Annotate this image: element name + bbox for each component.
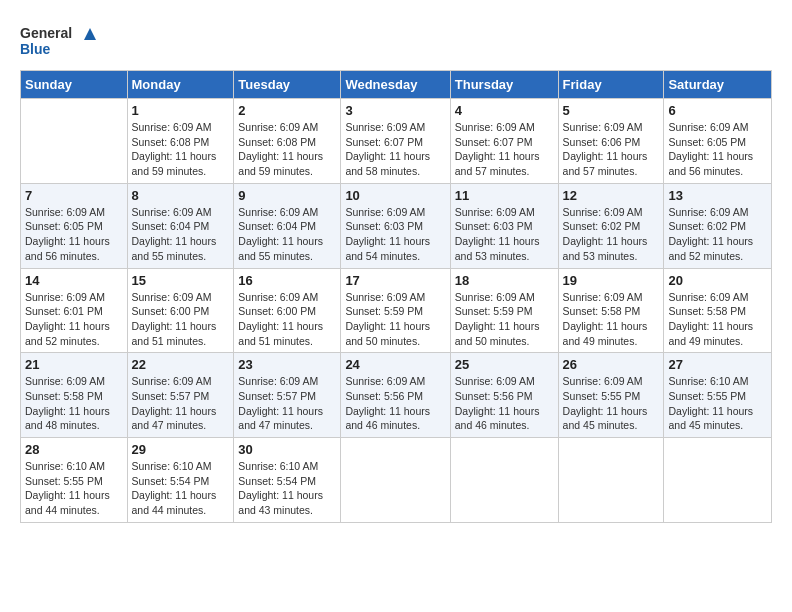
weekday-header-cell: Thursday bbox=[450, 71, 558, 99]
calendar-week-row: 7Sunrise: 6:09 AMSunset: 6:05 PMDaylight… bbox=[21, 183, 772, 268]
page-header: GeneralBlue bbox=[20, 20, 772, 60]
calendar-day-cell: 16Sunrise: 6:09 AMSunset: 6:00 PMDayligh… bbox=[234, 268, 341, 353]
calendar-week-row: 21Sunrise: 6:09 AMSunset: 5:58 PMDayligh… bbox=[21, 353, 772, 438]
day-number: 13 bbox=[668, 188, 767, 203]
day-number: 21 bbox=[25, 357, 123, 372]
day-info: Sunrise: 6:09 AMSunset: 5:56 PMDaylight:… bbox=[345, 374, 445, 433]
calendar-day-cell: 23Sunrise: 6:09 AMSunset: 5:57 PMDayligh… bbox=[234, 353, 341, 438]
svg-marker-2 bbox=[84, 28, 96, 40]
weekday-header-cell: Monday bbox=[127, 71, 234, 99]
day-info: Sunrise: 6:09 AMSunset: 6:07 PMDaylight:… bbox=[345, 120, 445, 179]
calendar-day-cell bbox=[664, 438, 772, 523]
weekday-header-cell: Sunday bbox=[21, 71, 128, 99]
day-info: Sunrise: 6:09 AMSunset: 6:01 PMDaylight:… bbox=[25, 290, 123, 349]
day-info: Sunrise: 6:09 AMSunset: 6:07 PMDaylight:… bbox=[455, 120, 554, 179]
day-number: 24 bbox=[345, 357, 445, 372]
day-number: 29 bbox=[132, 442, 230, 457]
day-number: 1 bbox=[132, 103, 230, 118]
day-number: 30 bbox=[238, 442, 336, 457]
day-info: Sunrise: 6:09 AMSunset: 5:57 PMDaylight:… bbox=[132, 374, 230, 433]
weekday-header-cell: Saturday bbox=[664, 71, 772, 99]
day-info: Sunrise: 6:09 AMSunset: 5:59 PMDaylight:… bbox=[455, 290, 554, 349]
calendar-day-cell: 15Sunrise: 6:09 AMSunset: 6:00 PMDayligh… bbox=[127, 268, 234, 353]
day-info: Sunrise: 6:09 AMSunset: 5:58 PMDaylight:… bbox=[668, 290, 767, 349]
calendar-day-cell: 24Sunrise: 6:09 AMSunset: 5:56 PMDayligh… bbox=[341, 353, 450, 438]
day-info: Sunrise: 6:09 AMSunset: 6:04 PMDaylight:… bbox=[238, 205, 336, 264]
day-info: Sunrise: 6:09 AMSunset: 5:58 PMDaylight:… bbox=[563, 290, 660, 349]
day-number: 2 bbox=[238, 103, 336, 118]
day-number: 28 bbox=[25, 442, 123, 457]
day-info: Sunrise: 6:09 AMSunset: 6:08 PMDaylight:… bbox=[132, 120, 230, 179]
day-info: Sunrise: 6:09 AMSunset: 6:05 PMDaylight:… bbox=[668, 120, 767, 179]
day-info: Sunrise: 6:09 AMSunset: 6:04 PMDaylight:… bbox=[132, 205, 230, 264]
day-number: 26 bbox=[563, 357, 660, 372]
day-info: Sunrise: 6:09 AMSunset: 5:55 PMDaylight:… bbox=[563, 374, 660, 433]
day-info: Sunrise: 6:09 AMSunset: 6:08 PMDaylight:… bbox=[238, 120, 336, 179]
calendar-day-cell: 10Sunrise: 6:09 AMSunset: 6:03 PMDayligh… bbox=[341, 183, 450, 268]
day-number: 17 bbox=[345, 273, 445, 288]
logo: GeneralBlue bbox=[20, 20, 100, 60]
calendar-day-cell: 29Sunrise: 6:10 AMSunset: 5:54 PMDayligh… bbox=[127, 438, 234, 523]
calendar-day-cell: 4Sunrise: 6:09 AMSunset: 6:07 PMDaylight… bbox=[450, 99, 558, 184]
day-info: Sunrise: 6:10 AMSunset: 5:54 PMDaylight:… bbox=[132, 459, 230, 518]
calendar-day-cell: 22Sunrise: 6:09 AMSunset: 5:57 PMDayligh… bbox=[127, 353, 234, 438]
day-info: Sunrise: 6:09 AMSunset: 5:58 PMDaylight:… bbox=[25, 374, 123, 433]
day-info: Sunrise: 6:09 AMSunset: 6:03 PMDaylight:… bbox=[345, 205, 445, 264]
calendar-day-cell bbox=[558, 438, 664, 523]
day-info: Sunrise: 6:10 AMSunset: 5:54 PMDaylight:… bbox=[238, 459, 336, 518]
day-number: 3 bbox=[345, 103, 445, 118]
calendar-week-row: 14Sunrise: 6:09 AMSunset: 6:01 PMDayligh… bbox=[21, 268, 772, 353]
day-number: 20 bbox=[668, 273, 767, 288]
calendar-day-cell: 21Sunrise: 6:09 AMSunset: 5:58 PMDayligh… bbox=[21, 353, 128, 438]
logo-icon: GeneralBlue bbox=[20, 20, 100, 60]
calendar-day-cell: 3Sunrise: 6:09 AMSunset: 6:07 PMDaylight… bbox=[341, 99, 450, 184]
svg-text:Blue: Blue bbox=[20, 41, 51, 57]
day-number: 7 bbox=[25, 188, 123, 203]
day-number: 18 bbox=[455, 273, 554, 288]
day-number: 6 bbox=[668, 103, 767, 118]
day-info: Sunrise: 6:09 AMSunset: 5:59 PMDaylight:… bbox=[345, 290, 445, 349]
calendar-week-row: 1Sunrise: 6:09 AMSunset: 6:08 PMDaylight… bbox=[21, 99, 772, 184]
calendar-day-cell bbox=[341, 438, 450, 523]
svg-text:General: General bbox=[20, 25, 72, 41]
calendar-table: SundayMondayTuesdayWednesdayThursdayFrid… bbox=[20, 70, 772, 523]
day-info: Sunrise: 6:09 AMSunset: 6:00 PMDaylight:… bbox=[132, 290, 230, 349]
calendar-day-cell: 20Sunrise: 6:09 AMSunset: 5:58 PMDayligh… bbox=[664, 268, 772, 353]
day-number: 12 bbox=[563, 188, 660, 203]
calendar-day-cell: 7Sunrise: 6:09 AMSunset: 6:05 PMDaylight… bbox=[21, 183, 128, 268]
day-number: 4 bbox=[455, 103, 554, 118]
calendar-day-cell: 1Sunrise: 6:09 AMSunset: 6:08 PMDaylight… bbox=[127, 99, 234, 184]
calendar-day-cell: 26Sunrise: 6:09 AMSunset: 5:55 PMDayligh… bbox=[558, 353, 664, 438]
calendar-day-cell: 25Sunrise: 6:09 AMSunset: 5:56 PMDayligh… bbox=[450, 353, 558, 438]
day-info: Sunrise: 6:09 AMSunset: 6:00 PMDaylight:… bbox=[238, 290, 336, 349]
calendar-day-cell: 14Sunrise: 6:09 AMSunset: 6:01 PMDayligh… bbox=[21, 268, 128, 353]
weekday-header-cell: Wednesday bbox=[341, 71, 450, 99]
calendar-day-cell: 2Sunrise: 6:09 AMSunset: 6:08 PMDaylight… bbox=[234, 99, 341, 184]
weekday-header-cell: Tuesday bbox=[234, 71, 341, 99]
calendar-day-cell: 18Sunrise: 6:09 AMSunset: 5:59 PMDayligh… bbox=[450, 268, 558, 353]
day-number: 19 bbox=[563, 273, 660, 288]
day-info: Sunrise: 6:10 AMSunset: 5:55 PMDaylight:… bbox=[668, 374, 767, 433]
day-info: Sunrise: 6:09 AMSunset: 5:57 PMDaylight:… bbox=[238, 374, 336, 433]
calendar-day-cell: 9Sunrise: 6:09 AMSunset: 6:04 PMDaylight… bbox=[234, 183, 341, 268]
day-info: Sunrise: 6:09 AMSunset: 6:02 PMDaylight:… bbox=[668, 205, 767, 264]
calendar-day-cell: 27Sunrise: 6:10 AMSunset: 5:55 PMDayligh… bbox=[664, 353, 772, 438]
calendar-day-cell bbox=[450, 438, 558, 523]
weekday-header-cell: Friday bbox=[558, 71, 664, 99]
calendar-day-cell: 19Sunrise: 6:09 AMSunset: 5:58 PMDayligh… bbox=[558, 268, 664, 353]
weekday-header-row: SundayMondayTuesdayWednesdayThursdayFrid… bbox=[21, 71, 772, 99]
day-number: 23 bbox=[238, 357, 336, 372]
day-number: 10 bbox=[345, 188, 445, 203]
day-info: Sunrise: 6:09 AMSunset: 6:06 PMDaylight:… bbox=[563, 120, 660, 179]
calendar-day-cell: 8Sunrise: 6:09 AMSunset: 6:04 PMDaylight… bbox=[127, 183, 234, 268]
day-info: Sunrise: 6:10 AMSunset: 5:55 PMDaylight:… bbox=[25, 459, 123, 518]
calendar-day-cell bbox=[21, 99, 128, 184]
day-number: 9 bbox=[238, 188, 336, 203]
calendar-day-cell: 30Sunrise: 6:10 AMSunset: 5:54 PMDayligh… bbox=[234, 438, 341, 523]
calendar-day-cell: 11Sunrise: 6:09 AMSunset: 6:03 PMDayligh… bbox=[450, 183, 558, 268]
calendar-day-cell: 17Sunrise: 6:09 AMSunset: 5:59 PMDayligh… bbox=[341, 268, 450, 353]
day-info: Sunrise: 6:09 AMSunset: 6:02 PMDaylight:… bbox=[563, 205, 660, 264]
day-number: 14 bbox=[25, 273, 123, 288]
day-info: Sunrise: 6:09 AMSunset: 6:05 PMDaylight:… bbox=[25, 205, 123, 264]
day-info: Sunrise: 6:09 AMSunset: 6:03 PMDaylight:… bbox=[455, 205, 554, 264]
